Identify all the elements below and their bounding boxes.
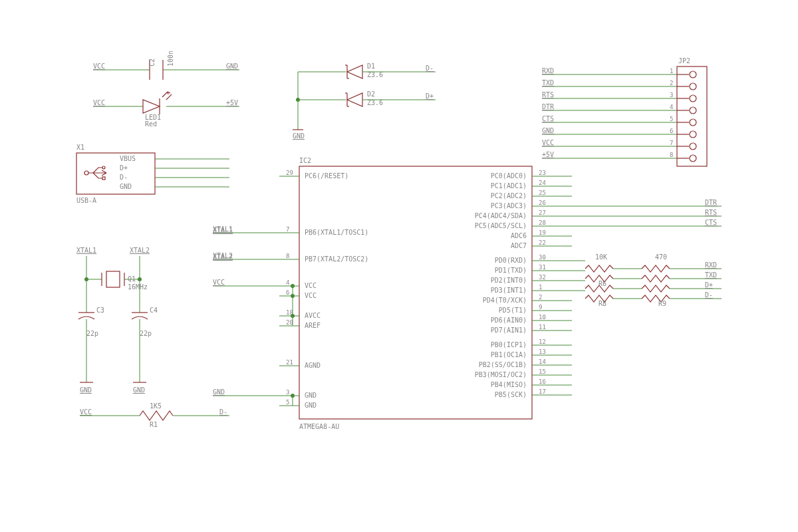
zener-block: GND D1 Z3.6 D- D2 Z3.6 D+ <box>293 63 436 140</box>
svg-point-57 <box>690 131 696 138</box>
svg-text:5: 5 <box>286 399 289 406</box>
xtal-gnd-r: GND <box>133 386 145 394</box>
usb-ref: X1 <box>76 144 84 151</box>
dminus-net: D- <box>705 291 713 299</box>
svg-text:10: 10 <box>539 314 546 321</box>
c2-name: C2 <box>148 59 156 66</box>
svg-text:RTS: RTS <box>705 209 717 216</box>
svg-text:GND: GND <box>305 392 317 399</box>
resistor-network: 10K 470 R6 R8 R9 RXD TXD D+ D- <box>585 253 722 307</box>
svg-text:25: 25 <box>539 190 546 196</box>
svg-text:6: 6 <box>286 289 289 296</box>
svg-text:32: 32 <box>539 274 546 281</box>
rxd-net: RXD <box>705 261 717 269</box>
svg-text:PB2(SS/OC1B): PB2(SS/OC1B) <box>479 361 527 368</box>
svg-text:AREF: AREF <box>305 322 321 329</box>
cap-c2: C2 100n VCC GND <box>93 51 239 80</box>
svg-text:11: 11 <box>539 324 546 331</box>
svg-text:31: 31 <box>539 264 546 271</box>
usb-type: USB-A <box>76 197 96 204</box>
xtal1-label: XTAL1 <box>76 247 96 254</box>
svg-text:1: 1 <box>539 284 542 291</box>
svg-text:23: 23 <box>539 170 546 176</box>
svg-text:PD3(INT1): PD3(INT1) <box>491 287 527 294</box>
svg-text:DTR: DTR <box>705 199 718 206</box>
c3-value: 22p <box>86 330 98 337</box>
svg-text:30: 30 <box>539 254 546 261</box>
svg-text:ADC7: ADC7 <box>511 242 527 249</box>
c4-name: C4 <box>150 307 158 314</box>
svg-point-18 <box>296 98 300 102</box>
svg-text:DTR: DTR <box>542 103 555 110</box>
svg-text:PD5(T1): PD5(T1) <box>499 307 527 314</box>
svg-text:PC3(ADC3): PC3(ADC3) <box>491 202 527 209</box>
svg-text:27: 27 <box>539 209 546 216</box>
d2-net: D+ <box>426 92 434 100</box>
ic2-part: ATMEGA8-AU <box>299 423 339 430</box>
svg-text:16: 16 <box>539 378 546 385</box>
usb-pin-dminus: D- <box>120 174 128 181</box>
svg-text:XTAL1: XTAL1 <box>213 225 233 233</box>
svg-text:17: 17 <box>539 388 546 395</box>
svg-text:PB3(MOSI/OC2): PB3(MOSI/OC2) <box>475 371 527 378</box>
svg-text:AVCC: AVCC <box>305 312 321 319</box>
led1-value: Red <box>145 120 157 128</box>
xtal-gnd-l: GND <box>80 386 92 394</box>
svg-text:19: 19 <box>539 229 546 236</box>
r1: VCC 1K5 R1 D- <box>80 402 229 428</box>
svg-text:4: 4 <box>670 104 673 110</box>
svg-text:4: 4 <box>286 279 289 286</box>
r9-label: R9 <box>658 300 666 307</box>
svg-text:PD1(TXD): PD1(TXD) <box>495 267 527 274</box>
svg-text:PC5(ADC5/SCL): PC5(ADC5/SCL) <box>475 222 527 229</box>
c2-vcc: VCC <box>93 63 105 70</box>
d2-value: Z3.6 <box>367 99 383 106</box>
svg-text:22: 22 <box>539 239 546 246</box>
svg-text:14: 14 <box>539 358 546 365</box>
schematic-canvas: C2 100n VCC GND LED1 Red VCC +5V X1 USB-… <box>0 0 798 532</box>
svg-rect-28 <box>677 66 707 166</box>
svg-text:7: 7 <box>286 226 289 233</box>
r1-name: R1 <box>150 421 158 428</box>
dplus-net: D+ <box>705 281 713 289</box>
r8-label: R8 <box>598 300 606 307</box>
usb-pin-gnd: GND <box>120 183 132 190</box>
svg-text:PB7(XTAL2/TOSC2): PB7(XTAL2/TOSC2) <box>305 255 368 263</box>
svg-text:3: 3 <box>286 389 289 396</box>
r6-label: R6 <box>598 280 606 287</box>
svg-text:GND: GND <box>542 127 554 134</box>
svg-text:PB5(SCK): PB5(SCK) <box>495 391 527 398</box>
svg-point-9 <box>102 166 105 169</box>
svg-text:2: 2 <box>670 80 673 86</box>
svg-rect-10 <box>102 177 105 180</box>
svg-text:RTS: RTS <box>542 91 554 98</box>
svg-text:PC4(ADC4/SDA): PC4(ADC4/SDA) <box>475 212 527 219</box>
svg-point-37 <box>690 83 696 90</box>
svg-text:15: 15 <box>539 368 546 375</box>
svg-text:PD2(INT0): PD2(INT0) <box>491 277 527 284</box>
xtal-block: XTAL1 XTAL2 Q1 16MHz C3 22p C4 22p GND G… <box>76 227 233 394</box>
usb-pin-dplus: D+ <box>120 164 128 172</box>
svg-text:TXD: TXD <box>542 79 554 86</box>
svg-text:2: 2 <box>539 294 542 301</box>
r-10k: 10K <box>595 253 607 261</box>
svg-text:PD0(RXD): PD0(RXD) <box>495 257 527 264</box>
ic2: IC2 ATMEGA8-AU 29PC6(/RESET)7PB6(XTAL1/T… <box>213 157 722 430</box>
svg-text:21: 21 <box>286 359 293 366</box>
jp2-header: JP2 RXD1TXD2RTS3DTR4CTS5GND6VCC7+5V8 <box>542 57 707 166</box>
svg-point-108 <box>291 284 295 288</box>
zener-gnd: GND <box>293 132 305 140</box>
svg-point-47 <box>690 107 696 114</box>
svg-text:PB0(ICP1): PB0(ICP1) <box>491 341 527 348</box>
led1-5v: +5V <box>226 99 238 106</box>
svg-text:12: 12 <box>539 338 546 345</box>
svg-text:3: 3 <box>670 92 673 98</box>
svg-point-8 <box>84 171 88 175</box>
svg-text:29: 29 <box>286 170 293 176</box>
svg-text:13: 13 <box>539 348 546 355</box>
svg-text:VCC: VCC <box>542 139 554 146</box>
d1-name: D1 <box>367 63 375 70</box>
svg-point-62 <box>690 143 696 150</box>
svg-point-52 <box>690 119 696 126</box>
c4-value: 22p <box>140 330 152 337</box>
